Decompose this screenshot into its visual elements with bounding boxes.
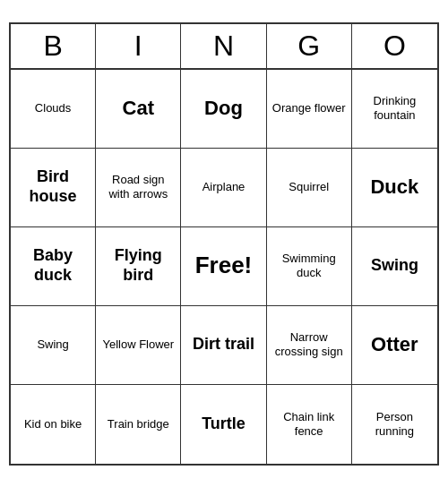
cell-13: Swimming duck: [267, 227, 352, 306]
cell-7: Airplane: [181, 149, 266, 227]
cell-text-21: Train bridge: [108, 417, 169, 431]
bingo-card: BINGO CloudsCatDogOrange flowerDrinking …: [9, 22, 439, 466]
cell-12: Free!: [181, 227, 266, 306]
cell-1: Cat: [96, 70, 181, 149]
cell-14: Swing: [352, 227, 437, 306]
bingo-grid: CloudsCatDogOrange flowerDrinking founta…: [11, 70, 437, 464]
cell-24: Person running: [352, 385, 437, 464]
cell-5: Bird house: [11, 149, 96, 227]
cell-text-1: Cat: [123, 97, 154, 120]
cell-text-4: Drinking fountain: [357, 94, 433, 122]
cell-text-5: Bird house: [15, 167, 90, 206]
cell-19: Otter: [352, 306, 437, 385]
header-letter-G: G: [267, 24, 352, 68]
cell-text-8: Squirrel: [289, 180, 329, 194]
cell-text-22: Turtle: [202, 414, 246, 434]
cell-text-14: Swing: [371, 256, 418, 276]
cell-text-3: Orange flower: [272, 101, 346, 115]
cell-0: Clouds: [11, 70, 96, 149]
cell-text-20: Kid on bike: [24, 417, 82, 431]
cell-3: Orange flower: [267, 70, 352, 149]
cell-9: Duck: [352, 149, 437, 227]
cell-text-15: Swing: [37, 337, 68, 352]
cell-8: Squirrel: [267, 149, 352, 227]
cell-6: Road sign with arrows: [96, 149, 181, 227]
cell-11: Flying bird: [96, 227, 181, 306]
cell-text-6: Road sign with arrows: [100, 173, 176, 201]
header-letter-N: N: [181, 24, 266, 68]
cell-text-23: Chain link fence: [271, 410, 347, 438]
cell-text-18: Narrow crossing sign: [271, 330, 347, 358]
header-letter-I: I: [96, 24, 181, 68]
cell-text-2: Dog: [204, 97, 243, 120]
cell-text-0: Clouds: [35, 101, 71, 115]
cell-16: Yellow Flower: [96, 306, 181, 385]
cell-18: Narrow crossing sign: [267, 306, 352, 385]
cell-text-13: Swimming duck: [271, 252, 347, 279]
cell-20: Kid on bike: [11, 385, 96, 464]
header-letter-B: B: [11, 24, 96, 68]
cell-10: Baby duck: [11, 227, 96, 306]
cell-22: Turtle: [181, 385, 266, 464]
cell-text-10: Baby duck: [15, 246, 90, 285]
cell-2: Dog: [181, 70, 266, 149]
cell-text-17: Dirt trail: [193, 335, 254, 355]
cell-text-9: Duck: [370, 175, 418, 199]
cell-23: Chain link fence: [267, 385, 352, 464]
cell-15: Swing: [11, 306, 96, 385]
cell-text-16: Yellow Flower: [102, 337, 174, 352]
cell-text-12: Free!: [195, 252, 253, 279]
cell-text-24: Person running: [357, 410, 433, 438]
header-letter-O: O: [352, 24, 437, 68]
cell-4: Drinking fountain: [352, 70, 437, 149]
cell-text-19: Otter: [371, 333, 418, 356]
header-row: BINGO: [11, 24, 437, 70]
cell-21: Train bridge: [96, 385, 181, 464]
cell-text-11: Flying bird: [100, 246, 176, 285]
cell-text-7: Airplane: [202, 180, 246, 194]
cell-17: Dirt trail: [181, 306, 266, 385]
